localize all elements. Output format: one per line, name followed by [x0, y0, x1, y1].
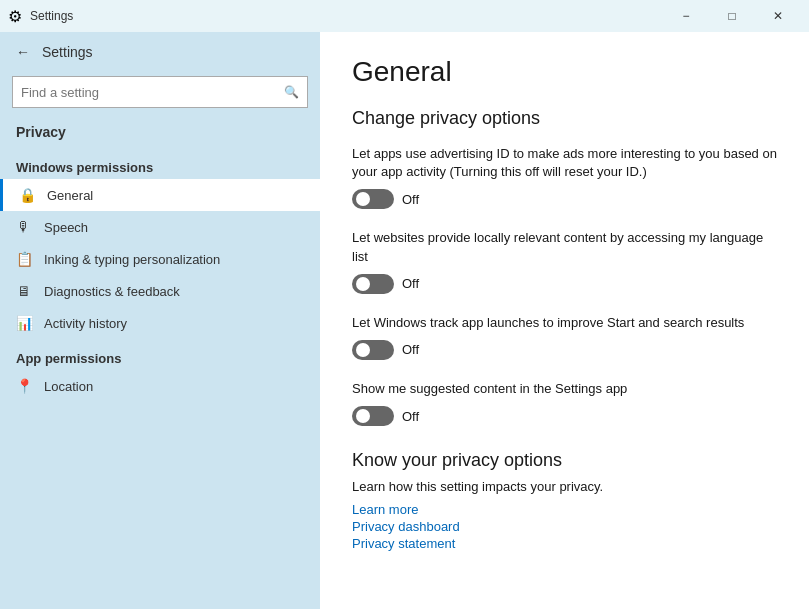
title-bar-left: ⚙ Settings	[8, 7, 73, 26]
toggle-row-advertising: Off	[352, 189, 777, 209]
general-icon: 🔒	[19, 187, 35, 203]
sidebar-item-location[interactable]: 📍 Location	[0, 370, 320, 402]
sidebar: ← Settings 🔍 Privacy Windows permissions…	[0, 32, 320, 609]
privacy-dashboard-link[interactable]: Privacy dashboard	[352, 519, 777, 534]
setting-suggested-content: Show me suggested content in the Setting…	[352, 380, 777, 426]
setting-advertising-id-desc: Let apps use advertising ID to make ads …	[352, 145, 777, 181]
speech-icon: 🎙	[16, 219, 32, 235]
toggle-suggested-content-label: Off	[402, 409, 419, 424]
know-privacy-desc: Learn how this setting impacts your priv…	[352, 479, 777, 494]
main-layout: ← Settings 🔍 Privacy Windows permissions…	[0, 32, 809, 609]
title-bar: ⚙ Settings − □ ✕	[0, 0, 809, 32]
sidebar-item-general[interactable]: 🔒 General	[0, 179, 320, 211]
settings-icon: ⚙	[8, 7, 22, 26]
toggle-row-launches: Off	[352, 340, 777, 360]
app-permissions-label: App permissions	[0, 339, 320, 370]
setting-language-list-desc: Let websites provide locally relevant co…	[352, 229, 777, 265]
diagnostics-icon: 🖥	[16, 283, 32, 299]
title-bar-controls: − □ ✕	[663, 0, 801, 32]
setting-language-list: Let websites provide locally relevant co…	[352, 229, 777, 293]
page-title: General	[352, 56, 777, 88]
inking-icon: 📋	[16, 251, 32, 267]
sidebar-item-diagnostics-label: Diagnostics & feedback	[44, 284, 180, 299]
toggle-language-list[interactable]	[352, 274, 394, 294]
toggle-app-launches-label: Off	[402, 342, 419, 357]
sidebar-header: ← Settings	[0, 32, 320, 72]
setting-suggested-content-desc: Show me suggested content in the Setting…	[352, 380, 777, 398]
close-button[interactable]: ✕	[755, 0, 801, 32]
content-area: General Change privacy options Let apps …	[320, 32, 809, 609]
privacy-label: Privacy	[0, 120, 320, 148]
sidebar-item-inking[interactable]: 📋 Inking & typing personalization	[0, 243, 320, 275]
search-icon: 🔍	[284, 85, 299, 99]
sidebar-item-speech[interactable]: 🎙 Speech	[0, 211, 320, 243]
sidebar-item-activity-label: Activity history	[44, 316, 127, 331]
minimize-button[interactable]: −	[663, 0, 709, 32]
toggle-language-list-label: Off	[402, 276, 419, 291]
learn-more-link[interactable]: Learn more	[352, 502, 777, 517]
sidebar-item-general-label: General	[47, 188, 93, 203]
title-bar-title: Settings	[30, 9, 73, 23]
setting-app-launches: Let Windows track app launches to improv…	[352, 314, 777, 360]
search-input[interactable]	[21, 85, 284, 100]
windows-permissions-label: Windows permissions	[0, 148, 320, 179]
sidebar-item-speech-label: Speech	[44, 220, 88, 235]
activity-icon: 📊	[16, 315, 32, 331]
search-box[interactable]: 🔍	[12, 76, 308, 108]
back-button[interactable]: ←	[16, 44, 30, 60]
change-privacy-heading: Change privacy options	[352, 108, 777, 129]
location-icon: 📍	[16, 378, 32, 394]
setting-advertising-id: Let apps use advertising ID to make ads …	[352, 145, 777, 209]
toggle-row-language: Off	[352, 274, 777, 294]
maximize-button[interactable]: □	[709, 0, 755, 32]
sidebar-item-activity[interactable]: 📊 Activity history	[0, 307, 320, 339]
setting-app-launches-desc: Let Windows track app launches to improv…	[352, 314, 777, 332]
know-privacy-section: Know your privacy options Learn how this…	[352, 450, 777, 551]
sidebar-header-title: Settings	[42, 44, 93, 60]
sidebar-item-location-label: Location	[44, 379, 93, 394]
privacy-statement-link[interactable]: Privacy statement	[352, 536, 777, 551]
toggle-app-launches[interactable]	[352, 340, 394, 360]
toggle-advertising-id[interactable]	[352, 189, 394, 209]
sidebar-item-inking-label: Inking & typing personalization	[44, 252, 220, 267]
toggle-row-suggested: Off	[352, 406, 777, 426]
sidebar-item-diagnostics[interactable]: 🖥 Diagnostics & feedback	[0, 275, 320, 307]
toggle-suggested-content[interactable]	[352, 406, 394, 426]
toggle-advertising-id-label: Off	[402, 192, 419, 207]
know-privacy-heading: Know your privacy options	[352, 450, 777, 471]
